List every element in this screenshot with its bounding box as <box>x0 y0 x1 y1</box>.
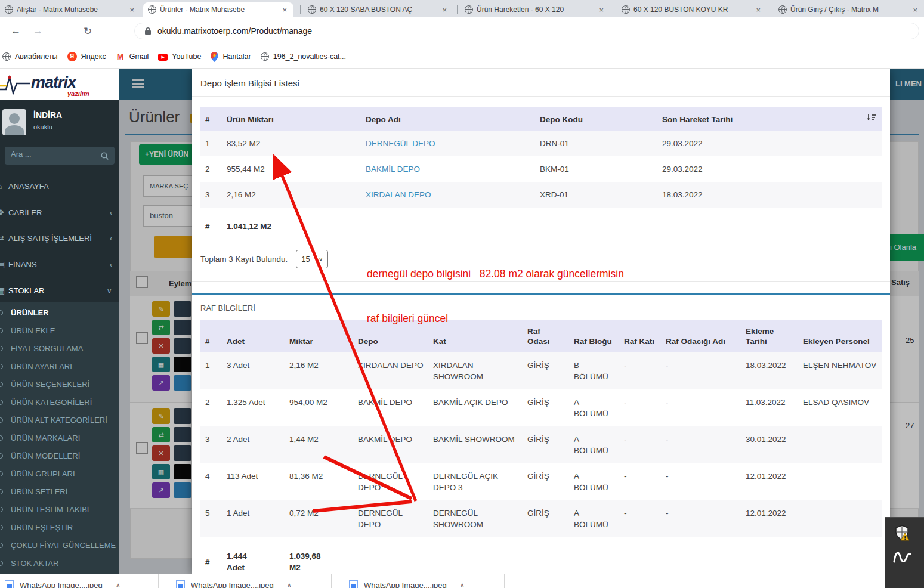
table-row[interactable]: 3 2 Adet 1,44 M2 BAKMİL DEPO BAKMİL SHOW… <box>200 426 882 463</box>
col-son-hareket[interactable]: Son Hareket Tarihi <box>657 107 842 131</box>
tab-title: 60 X 120 SABA BUSTON AÇ <box>320 5 437 14</box>
reload-icon[interactable]: ↻ <box>84 25 92 38</box>
tab-separator <box>457 5 458 14</box>
caret-up-icon[interactable]: ∧ <box>287 581 292 588</box>
bookmark-gmail[interactable]: M Gmail <box>116 52 149 61</box>
tab-close-icon[interactable]: × <box>911 5 919 14</box>
records-count-text: Toplam 3 Kayıt Bulundu. <box>200 255 288 264</box>
stoklar-submenu: ÜRÜNLER ÜRÜN EKLE FİYAT SORGULAMA ÜRÜN A… <box>0 302 119 574</box>
tab-close-icon[interactable]: × <box>597 5 605 14</box>
tab-buston-koyu[interactable]: 60 X 120 BUSTON KOYU KR × <box>617 2 767 17</box>
sidebar-item-urun-secenekleri[interactable]: ÜRÜN SEÇENEKLERİ <box>0 376 119 394</box>
tab-saba-buston[interactable]: 60 X 120 SABA BUSTON AÇ × <box>303 2 453 17</box>
caret-up-icon[interactable]: ∧ <box>116 581 120 588</box>
caret-up-icon[interactable]: ∧ <box>460 581 465 588</box>
back-icon[interactable]: ← <box>11 25 21 37</box>
col-miktar[interactable]: Miktar <box>285 320 353 352</box>
tab-close-icon[interactable]: × <box>280 5 289 14</box>
tab-alislar[interactable]: Alışlar - Matrix Muhasebe × <box>0 2 141 17</box>
sidebar-item-anasayfa[interactable]: ⌂ ANASAYFA <box>0 174 119 200</box>
sidebar-item-cariler[interactable]: ❖ CARİLER ‹ <box>0 200 119 226</box>
bookmark-aviabilety[interactable]: Авиабилеты <box>2 52 58 61</box>
depot-link[interactable]: DERNEGÜL DEPO <box>361 131 535 156</box>
download-item[interactable]: WhatsApp Image....jpeg ∧ <box>349 580 465 588</box>
tab-urun-hareketleri[interactable]: Ürün Hareketleri - 60 X 120 × <box>460 2 610 17</box>
tab-title: Ürünler - Matrix Muhasebe <box>160 5 277 14</box>
tab-urun-giris-cikis[interactable]: Ürün Giriş / Çıkış - Matrix M × <box>774 2 924 17</box>
sidebar-item-urun-ekle[interactable]: ÜRÜN EKLE <box>0 322 119 340</box>
bookmark-label: 196_2_novalties-cat... <box>273 52 346 61</box>
tab-close-icon[interactable]: × <box>754 5 762 14</box>
col-urun-miktari[interactable]: Ürün Miktarı <box>222 107 361 131</box>
bookmark-novalties[interactable]: 196_2_novalties-cat... <box>261 52 346 61</box>
download-item[interactable]: WhatsApp Image....jpeg ∧ <box>5 580 120 588</box>
sidebar-item-urun-ayarlari[interactable]: ÜRÜN AYARLARI <box>0 358 119 376</box>
table-row[interactable]: 4 113 Adet 81,36 M2 DERNEGÜL DEPO DERNEG… <box>200 463 882 500</box>
table-row[interactable]: 5 1 Adet 0,72 M2 DERNEGÜL DEPO DERNEGÜL … <box>200 500 882 537</box>
table-row[interactable]: 1 83,52 M2 DERNEGÜL DEPO DRN-01 29.03.20… <box>200 131 882 156</box>
bookmark-haritalar[interactable]: Haritalar <box>211 52 251 62</box>
sidebar-item-coklu-fiyat-guncelleme[interactable]: ÇOKLU FİYAT GÜNCELLEME <box>0 537 119 555</box>
sidebar-item-urunler[interactable]: ÜRÜNLER <box>0 304 119 322</box>
table-row[interactable]: 2 955,44 M2 BAKMİL DEPO BKM-01 29.03.202… <box>200 156 882 182</box>
bookmark-yandex[interactable]: Я Яндекс <box>67 52 106 61</box>
lock-icon <box>144 27 152 35</box>
sidebar-search[interactable] <box>5 147 115 165</box>
col-num[interactable]: # <box>200 320 222 352</box>
sidebar-item-urun-setleri[interactable]: ÜRÜN SETLERİ <box>0 483 119 501</box>
circle-icon <box>0 525 3 530</box>
tab-title: 60 X 120 BUSTON KOYU KR <box>633 5 750 14</box>
col-ekleyen-personel[interactable]: Ekleyen Personel <box>798 320 882 352</box>
depot-link[interactable]: XIRDALAN DEPO <box>361 182 535 208</box>
circle-icon <box>0 400 3 405</box>
sidebar-item-urun-alt-kategorileri[interactable]: ÜRÜN ALT KATEGORİLERİ <box>0 411 119 429</box>
tab-close-icon[interactable]: × <box>128 5 136 14</box>
col-depo-adi[interactable]: Depo Adı <box>361 107 535 131</box>
search-input[interactable] <box>11 150 97 159</box>
divider <box>158 574 159 588</box>
sidebar-item-fiyat-sorgulama[interactable]: FİYAT SORGULAMA <box>0 340 119 358</box>
sidebar-item-urun-kategorileri[interactable]: ÜRÜN KATEGORİLERİ <box>0 394 119 411</box>
sidebar-item-urun-markalari[interactable]: ÜRÜN MARKALARI <box>0 429 119 447</box>
chevron-left-icon: ‹ <box>110 208 112 217</box>
system-corner-overlay <box>885 517 924 588</box>
sidebar-item-stoklar[interactable]: ▦ STOKLAR ∨ <box>0 278 119 304</box>
sidebar-item-stok-aktar[interactable]: STOK AKTAR <box>0 555 119 572</box>
annotation-line1: dernegül depo bilgisini 82.08 m2 olarak … <box>367 267 755 281</box>
chevron-down-icon: ∨ <box>319 256 323 262</box>
bookmark-label: YouTube <box>172 52 201 61</box>
total-adet: 1.444 Adet <box>227 550 254 573</box>
table-row[interactable]: 3 2,16 M2 XIRDALAN DEPO XRD-01 18.03.202… <box>200 182 882 208</box>
url-field[interactable]: okuklu.matrixotoerp.com/Product/manage <box>134 23 919 39</box>
tab-urunler-active[interactable]: Ürünler - Matrix Muhasebe × <box>143 2 293 17</box>
logo-area[interactable]: matrix yazılım <box>0 69 119 100</box>
circle-icon <box>0 417 3 423</box>
page-size-select[interactable]: 15 ∨ <box>296 250 328 268</box>
divider <box>331 574 332 588</box>
sidebar-item-finans[interactable]: ▤ FİNANS ‹ <box>0 252 119 278</box>
table-row[interactable]: 1 3 Adet 2,16 M2 XIRDALAN DEPO XIRDALAN … <box>200 352 882 389</box>
sidebar-item-alis-satis[interactable]: ⇄ ALIŞ SATIŞ İŞLEMLERİ ‹ <box>0 225 119 252</box>
col-adet[interactable]: Adet <box>222 320 285 352</box>
bookmark-youtube[interactable]: ▶ YouTube <box>158 52 201 61</box>
col-num[interactable]: # <box>200 107 222 131</box>
sort-icon[interactable] <box>867 113 877 125</box>
tab-close-icon[interactable]: × <box>440 5 449 14</box>
money-icon: ▤ <box>0 259 5 269</box>
gmail-icon: M <box>116 52 125 61</box>
search-icon[interactable] <box>101 152 109 160</box>
sidebar-item-urun-eslestir[interactable]: ÜRÜN EŞLEŞTİR <box>0 519 119 537</box>
download-item[interactable]: WhatsApp Image....jpeg ∧ <box>176 580 292 588</box>
circle-icon <box>0 310 3 315</box>
sidebar-item-urun-modelleri[interactable]: ÜRÜN MODELLERİ <box>0 447 119 465</box>
raf-table-total-row: # 1.444 Adet 1.039,68 M2 <box>200 537 882 574</box>
map-pin-icon <box>211 52 218 62</box>
sidebar-item-urun-teslim-takibi[interactable]: ÜRÜN TESLİM TAKİBİ <box>0 501 119 519</box>
forward-icon[interactable]: → <box>33 25 43 37</box>
sidebar-item-urun-gruplari[interactable]: ÜRÜN GRUPLARI <box>0 465 119 483</box>
col-depo-kodu[interactable]: Depo Kodu <box>535 107 657 131</box>
total-label: # <box>200 208 222 236</box>
table-row[interactable]: 2 1.325 Adet 954,00 M2 BAKMİL DEPO BAKMİ… <box>200 389 882 426</box>
depot-link[interactable]: BAKMİL DEPO <box>361 156 535 182</box>
people-icon: ❖ <box>0 208 5 217</box>
